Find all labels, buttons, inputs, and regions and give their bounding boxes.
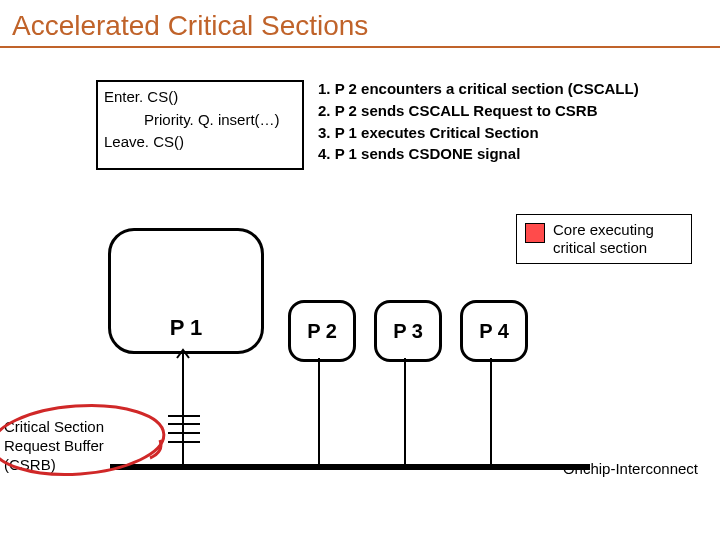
core-p1: P 1: [108, 228, 264, 354]
core-p3: P 3: [374, 300, 442, 362]
core-p2: P 2: [288, 300, 356, 362]
step-4: 4. P 1 sends CSDONE signal: [318, 143, 639, 165]
step-2: 2. P 2 sends CSCALL Request to CSRB: [318, 100, 639, 122]
legend: Core executing critical section: [516, 214, 692, 264]
step-3: 3. P 1 executes Critical Section: [318, 122, 639, 144]
interconnect-bar: [110, 464, 590, 470]
step-1: 1. P 2 encounters a critical section (CS…: [318, 78, 639, 100]
steps-list: 1. P 2 encounters a critical section (CS…: [318, 78, 639, 165]
legend-swatch: [525, 223, 545, 243]
code-line-3: Leave. CS(): [104, 131, 296, 154]
title-rule: [0, 46, 720, 48]
csrb-label: Critical Section Request Buffer (CSRB): [4, 418, 144, 474]
code-line-2: Priority. Q. insert(…): [104, 109, 296, 132]
code-line-1: Enter. CS(): [104, 86, 296, 109]
core-p4: P 4: [460, 300, 528, 362]
legend-label: Core executing critical section: [553, 221, 683, 257]
code-box: Enter. CS() Priority. Q. insert(…) Leave…: [96, 80, 304, 170]
core-p1-label: P 1: [111, 315, 261, 341]
onchip-label: Onchip-Interconnect: [563, 460, 698, 479]
slide-title: Accelerated Critical Sections: [0, 0, 720, 46]
csrb-icon: [168, 416, 200, 442]
